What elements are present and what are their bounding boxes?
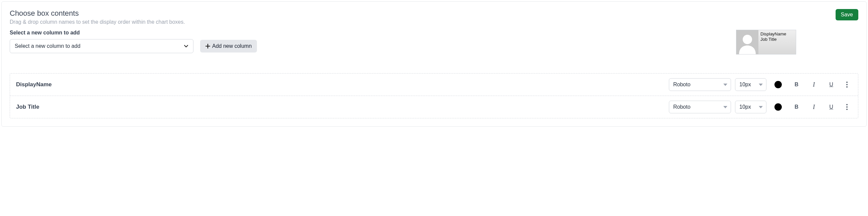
row-more-button[interactable] xyxy=(842,104,852,110)
font-size-value: 10px xyxy=(739,104,751,110)
more-vertical-icon xyxy=(846,104,848,110)
color-picker[interactable] xyxy=(774,103,782,111)
font-size-select[interactable]: 10px xyxy=(735,78,767,91)
panel-subtitle: Drag & drop column names to set the disp… xyxy=(10,19,185,25)
add-column-label: Select a new column to add xyxy=(10,30,858,36)
font-family-value: Roboto xyxy=(673,104,690,110)
column-row[interactable]: Job Title Roboto 10px B I U xyxy=(10,96,858,118)
svg-point-0 xyxy=(743,35,752,44)
caret-down-icon xyxy=(759,84,763,86)
add-column-row: Select a new column to add Add new colum… xyxy=(10,39,858,53)
caret-down-icon xyxy=(723,84,727,86)
box-preview: DisplayName Job Title xyxy=(736,30,796,55)
underline-button[interactable]: U xyxy=(825,101,838,113)
caret-down-icon xyxy=(759,106,763,108)
add-column-button-label: Add new column xyxy=(212,43,252,49)
column-row-name: Job Title xyxy=(16,104,665,110)
font-size-value: 10px xyxy=(739,82,751,88)
plus-icon xyxy=(206,44,210,49)
column-row[interactable]: DisplayName Roboto 10px B I U xyxy=(10,73,858,96)
font-family-select[interactable]: Roboto xyxy=(669,101,731,113)
font-size-select[interactable]: 10px xyxy=(735,101,767,113)
column-row-name: DisplayName xyxy=(16,81,665,88)
avatar-placeholder-icon xyxy=(736,30,758,54)
panel-header: Choose box contents Drag & drop column n… xyxy=(10,9,858,25)
box-contents-panel: Choose box contents Drag & drop column n… xyxy=(1,1,867,127)
italic-button[interactable]: I xyxy=(807,79,820,91)
underline-button[interactable]: U xyxy=(825,79,838,91)
header-text-block: Choose box contents Drag & drop column n… xyxy=(10,9,185,25)
bold-button[interactable]: B xyxy=(790,101,803,113)
panel-title: Choose box contents xyxy=(10,9,185,18)
italic-button[interactable]: I xyxy=(807,101,820,113)
caret-down-icon xyxy=(723,106,727,108)
more-vertical-icon xyxy=(846,82,848,88)
font-family-value: Roboto xyxy=(673,82,690,88)
column-select[interactable]: Select a new column to add xyxy=(10,39,193,53)
bold-button[interactable]: B xyxy=(790,79,803,91)
box-preview-text: DisplayName Job Title xyxy=(758,30,788,54)
save-button[interactable]: Save xyxy=(836,9,858,21)
preview-line-1: DisplayName xyxy=(761,31,786,37)
add-column-button[interactable]: Add new column xyxy=(200,40,257,53)
column-rows-list: DisplayName Roboto 10px B I U Job Title … xyxy=(10,73,858,118)
color-picker[interactable] xyxy=(774,81,782,88)
column-select-value: Select a new column to add xyxy=(10,39,193,53)
row-more-button[interactable] xyxy=(842,82,852,88)
preview-line-2: Job Title xyxy=(761,37,786,42)
font-family-select[interactable]: Roboto xyxy=(669,78,731,91)
